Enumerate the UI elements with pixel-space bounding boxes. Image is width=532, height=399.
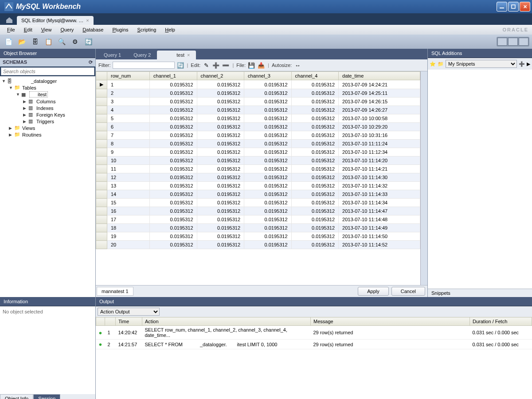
minimize-button[interactable]	[497, 2, 507, 12]
tree-table[interactable]: ▼▦ itest	[2, 91, 94, 98]
delete-row-icon[interactable]: ➖	[222, 61, 230, 69]
filter-label: Filter:	[98, 63, 111, 68]
table-row[interactable]: 110.01953120.01953120.01953120.019531220…	[96, 165, 420, 173]
cancel-button[interactable]: Cancel	[391, 287, 425, 296]
editor-tab[interactable]: SQL Editor (Mysql@www. … ×	[17, 16, 94, 25]
home-icon[interactable]	[4, 15, 15, 25]
col-time: Time	[116, 317, 142, 326]
result-tab[interactable]: mannatest 1	[97, 287, 133, 296]
tree-views[interactable]: ▶📁Views	[2, 125, 94, 131]
open-sql-icon[interactable]: 📂	[16, 36, 27, 47]
output-row[interactable]: ●214:21:57SELECT * FROM _datalogger. ite…	[96, 340, 532, 349]
menu-view[interactable]: View	[38, 26, 55, 33]
maximize-button[interactable]	[508, 2, 519, 12]
session-tab[interactable]: Session	[33, 394, 60, 399]
import-icon[interactable]: 📥	[257, 61, 265, 69]
run-snippet-icon[interactable]: ▶	[527, 61, 530, 67]
output-row[interactable]: ●114:20:42SELECT row_num, channel_1, cha…	[96, 326, 532, 340]
svg-rect-2	[512, 5, 515, 8]
menu-database[interactable]: Database	[79, 26, 107, 33]
col-action: Action	[142, 317, 311, 326]
menu-query[interactable]: Query	[57, 26, 77, 33]
refresh-icon[interactable]: 🔄	[176, 61, 184, 69]
menu-edit[interactable]: Edit	[20, 26, 36, 33]
table-row[interactable]: 70.01953120.01953120.01953120.0195312201…	[96, 131, 420, 140]
result-grid[interactable]: row_numchannel_1channel_2channel_3channe…	[96, 71, 420, 285]
schemas-header: SCHEMAS ⟳	[0, 58, 95, 66]
table-row[interactable]: 160.01953120.01953120.01953120.019531220…	[96, 207, 420, 215]
menu-file[interactable]: File	[4, 26, 19, 33]
refresh-icon[interactable]: ⟳	[89, 59, 93, 65]
table-row[interactable]: 120.01953120.01953120.01953120.019531220…	[96, 173, 420, 182]
toggle-right-panel-icon[interactable]	[519, 38, 528, 46]
table-row[interactable]: 170.01953120.01953120.01953120.019531220…	[96, 215, 420, 224]
object-browser-header: Object Browser	[0, 49, 95, 58]
add-routine-icon[interactable]: ⚙	[69, 36, 81, 47]
table-row[interactable]: 30.01953120.01953120.01953120.0195312201…	[96, 98, 420, 106]
table-row[interactable]: 50.01953120.01953120.01953120.0195312201…	[96, 114, 420, 123]
tree-routines[interactable]: ▶📁Routines	[2, 131, 94, 138]
tree-triggers[interactable]: ▶▥Triggers	[2, 118, 94, 125]
brand-label: ORACLE	[503, 27, 528, 32]
apply-button[interactable]: Apply	[358, 287, 389, 296]
autosize-icon[interactable]: ↔	[293, 61, 301, 69]
output-grid[interactable]: Time Action Message Duration / Fetch ●11…	[96, 317, 532, 399]
output-type-select[interactable]: Action Output	[98, 308, 160, 316]
add-schema-icon[interactable]: 🗄	[29, 36, 41, 47]
table-row[interactable]: 100.01953120.01953120.01953120.019531220…	[96, 156, 420, 165]
close-icon[interactable]: ×	[187, 52, 190, 58]
table-row[interactable]: 60.01953120.01953120.01953120.0195312201…	[96, 123, 420, 131]
menubar: File Edit View Query Database Plugins Sc…	[0, 25, 532, 35]
folder-icon[interactable]: 📁	[438, 61, 444, 67]
table-row[interactable]: 140.01953120.01953120.01953120.019531220…	[96, 190, 420, 199]
table-row[interactable]: 90.01953120.01953120.01953120.0195312201…	[96, 148, 420, 156]
add-view-icon[interactable]: 🔍	[56, 36, 67, 47]
menu-scripting[interactable]: Scripting	[134, 26, 160, 33]
table-row[interactable]: 130.01953120.01953120.01953120.019531220…	[96, 182, 420, 190]
svg-rect-1	[500, 8, 504, 8]
titlebar: MySQL Workbench ✕	[0, 0, 532, 13]
table-row[interactable]: 180.01953120.01953120.01953120.019531220…	[96, 224, 420, 232]
object-info-tab[interactable]: Object Info	[0, 394, 33, 399]
reconnect-icon[interactable]: 🔄	[82, 36, 94, 47]
tree-foreign-keys[interactable]: ▶▥Foreign Keys	[2, 111, 94, 118]
scrollbar[interactable]	[420, 71, 427, 285]
add-snippet-icon[interactable]: ➕	[519, 61, 525, 67]
menu-plugins[interactable]: Plugins	[109, 26, 132, 33]
filter-input[interactable]	[113, 62, 175, 69]
table-row[interactable]: 20.01953120.01953120.01953120.0195312201…	[96, 89, 420, 98]
table-row[interactable]: 80.01953120.01953120.01953120.0195312201…	[96, 140, 420, 148]
tree-schema[interactable]: ▼🗄 _datalogger	[2, 78, 94, 84]
tree-indexes[interactable]: ▶▥Indexes	[2, 105, 94, 111]
tree-tables[interactable]: ▼📁Tables	[2, 84, 94, 91]
app-icon	[4, 2, 13, 11]
export-icon[interactable]: 💾	[247, 61, 255, 69]
snippets-select[interactable]: My Snippets	[446, 60, 517, 68]
new-sql-tab-icon[interactable]: 📄	[3, 36, 14, 47]
query-tab-1[interactable]: Query 1	[98, 51, 127, 59]
table-row[interactable]: ▶10.01953120.01953120.01953120.019531220…	[96, 80, 420, 89]
table-row[interactable]: 200.01953120.01953120.01953120.019531220…	[96, 241, 420, 249]
close-button[interactable]: ✕	[520, 2, 530, 12]
snippets-tab[interactable]: Snippets	[428, 289, 532, 297]
add-table-icon[interactable]: 📋	[43, 36, 54, 47]
col-message: Message	[311, 317, 470, 326]
search-objects-input[interactable]	[1, 67, 94, 75]
star-icon[interactable]: ⭐	[430, 61, 436, 67]
query-tab-2[interactable]: Query 2	[127, 51, 157, 59]
table-row[interactable]: 150.01953120.01953120.01953120.019531220…	[96, 199, 420, 207]
schema-tree: ▼🗄 _datalogger ▼📁Tables ▼▦ itest ▶▥Colum…	[0, 76, 95, 297]
edit-icon[interactable]: ✎	[202, 61, 210, 69]
toggle-left-panel-icon[interactable]	[497, 38, 507, 46]
query-tab-active[interactable]: test×	[157, 51, 196, 59]
table-row[interactable]: 40.01953120.01953120.01953120.0195312201…	[96, 106, 420, 114]
window-title: MySQL Workbench	[16, 3, 497, 11]
menu-help[interactable]: Help	[161, 26, 179, 33]
insert-row-icon[interactable]: ➕	[212, 61, 220, 69]
close-icon[interactable]: ×	[86, 18, 89, 23]
table-row[interactable]: 190.01953120.01953120.01953120.019531220…	[96, 232, 420, 241]
editor-tabs: SQL Editor (Mysql@www. … ×	[0, 13, 532, 25]
toggle-bottom-panel-icon[interactable]	[508, 38, 518, 46]
filter-toolbar: Filter: 🔄 | Edit: ✎ ➕ ➖ | File: 💾 📥 | Au…	[96, 59, 427, 71]
tree-columns[interactable]: ▶▥Columns	[2, 98, 94, 105]
